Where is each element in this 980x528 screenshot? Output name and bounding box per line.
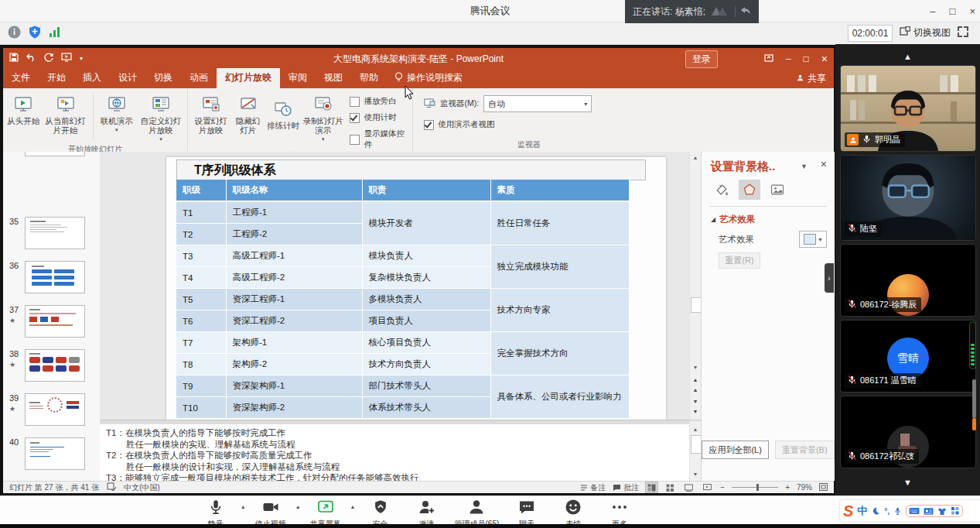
skin-shirt-icon[interactable] <box>937 507 947 516</box>
next-slide-button[interactable]: ▼▼ <box>691 396 700 406</box>
slide-scrollbar[interactable]: ▲ ▼ ▲▲ ▼▼ ▲ ▼ <box>689 152 702 481</box>
ppt-minimize-button[interactable]: – <box>786 53 791 64</box>
hide-slide-button[interactable]: 隐藏幻灯片 <box>233 91 265 135</box>
from-current-button[interactable]: 从当前幻灯片开始 <box>43 91 89 135</box>
restore-button[interactable]: □ <box>950 5 956 17</box>
tab-2[interactable]: 插入 <box>74 68 110 88</box>
effects-pentagon-icon[interactable] <box>739 180 760 200</box>
scroll-down-arrow-icon[interactable]: ▼ <box>835 478 980 487</box>
setup-slideshow-button[interactable]: 设置幻灯片放映 <box>191 91 231 135</box>
fit-to-window-icon[interactable] <box>819 483 828 492</box>
fullscreen-icon[interactable] <box>958 26 968 37</box>
apply-to-all-button[interactable]: 应用到全部(L) <box>702 441 768 459</box>
tab-3[interactable]: 设计 <box>110 68 145 88</box>
play-narrations-checkbox[interactable]: 播放旁白 <box>350 96 408 107</box>
tab-8[interactable]: 视图 <box>316 68 351 88</box>
tab-5[interactable]: 动画 <box>181 68 217 88</box>
fill-bucket-icon[interactable] <box>711 180 732 200</box>
login-button[interactable]: 登录 <box>685 50 718 68</box>
scroll-up-icon[interactable]: ▲ <box>691 153 700 163</box>
ppt-close-button[interactable]: × <box>821 53 828 65</box>
normal-view-button[interactable] <box>646 482 657 492</box>
record-slideshow-button[interactable]: 录制幻灯片演示 ▾ <box>302 91 343 144</box>
caret-up-icon[interactable]: ▲ <box>295 504 301 509</box>
chinese-mode-icon[interactable]: 中 <box>857 504 867 518</box>
participant-tile-0[interactable]: 郭明晶 <box>840 65 976 152</box>
slide-thumbnail-partial[interactable] <box>25 152 85 156</box>
tab-6[interactable]: 幻灯片放映 <box>217 68 280 88</box>
notes-scrollbar-thumb[interactable] <box>691 435 702 454</box>
tab-9[interactable]: 帮助 <box>351 68 387 88</box>
slide-thumbnail-40[interactable] <box>25 437 85 470</box>
spellcheck-icon[interactable] <box>107 482 116 492</box>
presenter-view-checkbox[interactable]: 使用演示者视图 <box>424 119 495 130</box>
slide-thumbnail-37[interactable] <box>25 305 85 338</box>
voice-input-icon[interactable] <box>893 506 902 516</box>
artistic-effects-section[interactable]: ◢ 艺术效果 <box>711 214 755 225</box>
punctuation-icon[interactable]: °, <box>884 507 890 516</box>
use-timings-checkbox[interactable]: 使用计时 <box>350 112 408 123</box>
keyboard-icon[interactable] <box>909 507 920 515</box>
picture-icon[interactable] <box>767 180 788 200</box>
reset-background-button[interactable]: 重置背景(B) <box>775 441 835 459</box>
scrollbar-thumb[interactable] <box>691 297 702 313</box>
zoom-slider-thumb[interactable] <box>756 484 759 491</box>
video-scrollbar-thumb[interactable] <box>972 379 976 418</box>
toolbox-grid-icon[interactable] <box>951 506 960 516</box>
panel-caret-icon[interactable]: ▼ <box>801 163 808 170</box>
language-status[interactable]: 中文(中国) <box>124 482 160 493</box>
slide-thumbnail-38[interactable] <box>25 349 85 382</box>
info-icon[interactable] <box>8 26 21 42</box>
tab-7[interactable]: 审阅 <box>280 68 316 88</box>
tell-me-box[interactable]: 操作说明搜索 <box>387 68 470 88</box>
rehearse-timings-button[interactable]: 排练计时 <box>265 91 301 130</box>
slide-sorter-view-button[interactable] <box>664 482 676 492</box>
participant-tile-1[interactable]: 陆坚 <box>840 155 976 241</box>
zoom-slider[interactable] <box>732 487 778 488</box>
slide-thumbnail-35[interactable] <box>25 217 85 249</box>
share-button[interactable]: 共享 <box>796 72 826 85</box>
caret-up-icon[interactable]: ▲ <box>241 504 246 509</box>
show-media-controls-checkbox[interactable]: 显示媒体控件 <box>350 129 408 150</box>
artistic-effect-dropdown[interactable]: ▾ <box>799 231 827 248</box>
notes-scroll-down-icon[interactable]: ▼ <box>691 469 700 479</box>
ppt-restore-button[interactable]: □ <box>804 53 809 64</box>
return-arrow-icon[interactable] <box>740 6 751 18</box>
comments-toggle[interactable]: 批注 <box>613 482 639 493</box>
participant-tile-3[interactable]: 雪晴086171 温雪晴 <box>840 320 976 393</box>
from-beginning-button[interactable]: 从头开始 <box>6 91 41 125</box>
tab-0[interactable]: 文件 <box>3 68 39 88</box>
previous-slide-button[interactable]: ▲▲ <box>691 375 700 385</box>
minimize-button[interactable]: – <box>930 5 935 17</box>
slide-thumbnail-39[interactable] <box>25 393 85 426</box>
scroll-up-arrow-icon[interactable]: ▲ <box>835 52 980 61</box>
ribbon-options-icon[interactable] <box>764 53 773 65</box>
notes-pane[interactable]: T1：在模块负责人的指导下能够按时完成工作胜任一般模块的实现、理解基础系统与流程… <box>100 424 695 484</box>
zoom-percent[interactable]: 79% <box>797 483 812 492</box>
slideshow-view-button[interactable] <box>702 482 713 492</box>
moon-icon[interactable] <box>871 506 880 516</box>
zoom-in-button[interactable]: + <box>785 483 790 492</box>
close-button[interactable]: × <box>969 5 975 17</box>
security-shield-icon[interactable] <box>29 26 41 42</box>
zoom-out-button[interactable]: − <box>720 483 725 492</box>
reset-button[interactable]: 重置(R) <box>719 252 760 269</box>
notes-scroll-up-icon[interactable]: ▲ <box>691 424 700 434</box>
participant-tile-2[interactable]: 086172-徐腾辰 <box>840 244 976 317</box>
notes-toggle[interactable]: 备注 <box>580 482 606 493</box>
reading-view-button[interactable] <box>683 482 695 492</box>
scroll-down-icon[interactable]: ▼ <box>691 362 700 372</box>
tab-4[interactable]: 切换 <box>145 68 181 88</box>
participant-tile-4[interactable]: 086172祁弘弢 <box>840 396 976 468</box>
present-online-button[interactable]: 联机演示 ▾ <box>97 91 136 135</box>
slide-canvas[interactable]: T序列职级体系 职级职级名称职责素质T1工程师-1模块开发者胜任日常任务T2工程… <box>166 157 666 420</box>
panel-collapse-chevron[interactable]: › <box>825 263 834 293</box>
panel-close-icon[interactable]: × <box>821 158 827 170</box>
id-card-icon[interactable] <box>924 507 934 516</box>
custom-show-button[interactable]: 自定义幻灯片放映 ▾ <box>138 91 184 144</box>
sogou-logo-icon[interactable]: S <box>843 501 853 521</box>
tab-1[interactable]: 开始 <box>39 68 74 88</box>
slide-thumbnail-36[interactable] <box>25 261 85 293</box>
caret-up-icon[interactable]: ▲ <box>350 504 356 509</box>
monitor-select[interactable]: 自动 ▾ <box>483 95 592 112</box>
